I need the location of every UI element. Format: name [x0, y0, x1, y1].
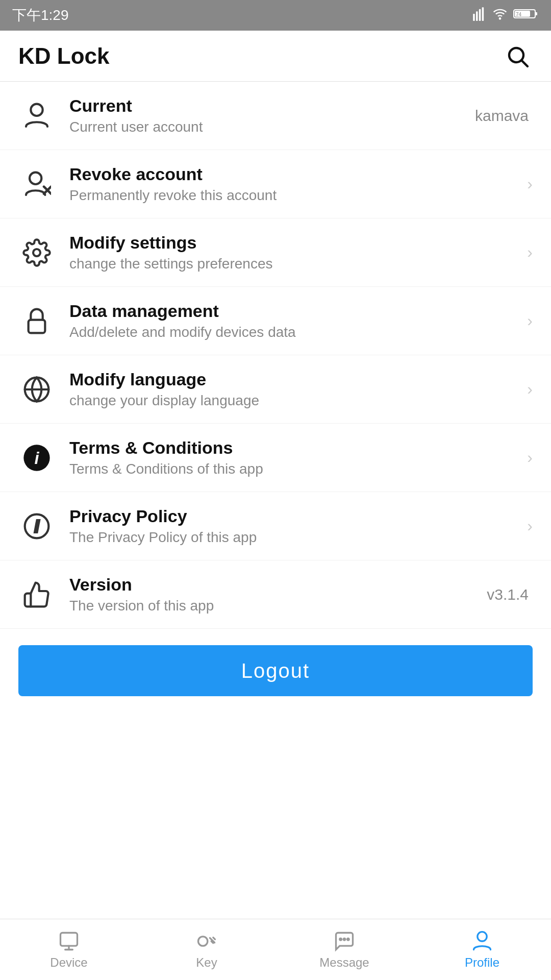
menu-text-data: Data management Add/delete and modify de… [69, 301, 521, 340]
svg-point-28 [343, 938, 345, 940]
svg-point-11 [31, 104, 42, 115]
info-filled-icon: i [18, 439, 55, 476]
nav-label-message: Message [319, 955, 369, 970]
svg-rect-0 [473, 14, 475, 21]
user-icon [18, 97, 55, 134]
svg-line-10 [522, 61, 528, 66]
nav-item-profile[interactable]: Profile [413, 919, 551, 980]
svg-text:i: i [34, 448, 39, 467]
bottom-nav: Device Key Message Profile [0, 919, 551, 980]
chevron-settings: › [527, 243, 533, 262]
svg-point-30 [478, 932, 487, 941]
menu-item-terms[interactable]: i Terms & Conditions Terms & Conditions … [0, 424, 551, 492]
menu-title-revoke: Revoke account [69, 164, 521, 184]
svg-point-12 [30, 172, 41, 184]
svg-rect-6 [535, 12, 537, 15]
svg-rect-23 [61, 933, 78, 946]
svg-point-27 [340, 938, 342, 940]
menu-title-version: Version [69, 575, 487, 595]
menu-text-terms: Terms & Conditions Terms & Conditions of… [69, 438, 521, 477]
chevron-revoke: › [527, 175, 533, 193]
menu-subtitle-current: Current user account [69, 119, 475, 135]
svg-point-26 [198, 936, 208, 945]
logout-button[interactable]: Logout [18, 645, 533, 696]
svg-point-4 [499, 18, 500, 19]
status-bar: 下午1:29 74 [0, 0, 551, 31]
svg-text:74: 74 [516, 12, 522, 17]
menu-title-terms: Terms & Conditions [69, 438, 521, 458]
revoke-user-icon [18, 166, 55, 203]
globe-icon [18, 371, 55, 408]
app-title: KD Lock [18, 43, 109, 69]
menu-subtitle-privacy: The Privacy Policy of this app [69, 529, 521, 546]
chevron-data: › [527, 311, 533, 330]
menu-subtitle-language: change your display language [69, 393, 521, 409]
menu-subtitle-settings: change the settings preferences [69, 256, 521, 272]
svg-rect-2 [479, 9, 481, 21]
svg-point-15 [33, 249, 40, 256]
search-button[interactable] [502, 41, 533, 71]
menu-title-privacy: Privacy Policy [69, 506, 521, 526]
logout-container: Logout [0, 629, 551, 713]
svg-rect-1 [476, 11, 478, 21]
nav-item-message[interactable]: Message [276, 919, 413, 980]
svg-point-29 [347, 938, 349, 940]
chevron-privacy: › [527, 517, 533, 535]
menu-text-settings: Modify settings change the settings pref… [69, 233, 521, 272]
status-time: 下午1:29 [12, 6, 69, 25]
menu-subtitle-terms: Terms & Conditions of this app [69, 461, 521, 477]
menu-item-data[interactable]: Data management Add/delete and modify de… [0, 287, 551, 355]
lock-icon [18, 303, 55, 339]
status-icons: 74 [472, 7, 539, 24]
menu-item-language[interactable]: Modify language change your display lang… [0, 355, 551, 424]
info-outline-icon: i [18, 508, 55, 545]
nav-label-key: Key [196, 955, 217, 970]
menu-list: Current Current user account kamava Revo… [0, 82, 551, 629]
app-header: KD Lock [0, 31, 551, 82]
menu-item-version[interactable]: Version The version of this app v3.1.4 [0, 560, 551, 629]
menu-item-current[interactable]: Current Current user account kamava [0, 82, 551, 150]
nav-label-device: Device [50, 955, 87, 970]
menu-item-privacy[interactable]: i Privacy Policy The Privacy Policy of t… [0, 492, 551, 560]
svg-rect-3 [482, 7, 484, 21]
svg-text:i: i [34, 517, 39, 535]
nav-item-key[interactable]: Key [138, 919, 276, 980]
menu-item-settings[interactable]: Modify settings change the settings pref… [0, 218, 551, 287]
signal-icon [472, 7, 487, 24]
menu-subtitle-data: Add/delete and modify devices data [69, 324, 521, 340]
menu-text-language: Modify language change your display lang… [69, 370, 521, 409]
menu-item-revoke[interactable]: Revoke account Permanently revoke this a… [0, 150, 551, 218]
menu-title-settings: Modify settings [69, 233, 521, 253]
menu-title-data: Data management [69, 301, 521, 321]
current-value: kamava [475, 107, 529, 125]
chevron-language: › [527, 380, 533, 399]
chevron-terms: › [527, 448, 533, 467]
menu-subtitle-version: The version of this app [69, 598, 487, 614]
menu-text-privacy: Privacy Policy The Privacy Policy of thi… [69, 506, 521, 546]
menu-text-current: Current Current user account [69, 96, 475, 135]
menu-text-revoke: Revoke account Permanently revoke this a… [69, 164, 521, 204]
menu-title-current: Current [69, 96, 475, 116]
battery-indicator: 74 [513, 7, 539, 24]
menu-title-language: Modify language [69, 370, 521, 389]
version-value: v3.1.4 [487, 586, 529, 603]
svg-rect-16 [29, 320, 45, 333]
menu-subtitle-revoke: Permanently revoke this account [69, 187, 521, 204]
thumbsup-icon [18, 576, 55, 613]
settings-icon [18, 234, 55, 271]
nav-item-device[interactable]: Device [0, 919, 138, 980]
wifi-icon [493, 7, 507, 24]
menu-text-version: Version The version of this app [69, 575, 487, 614]
nav-label-profile: Profile [465, 955, 499, 970]
